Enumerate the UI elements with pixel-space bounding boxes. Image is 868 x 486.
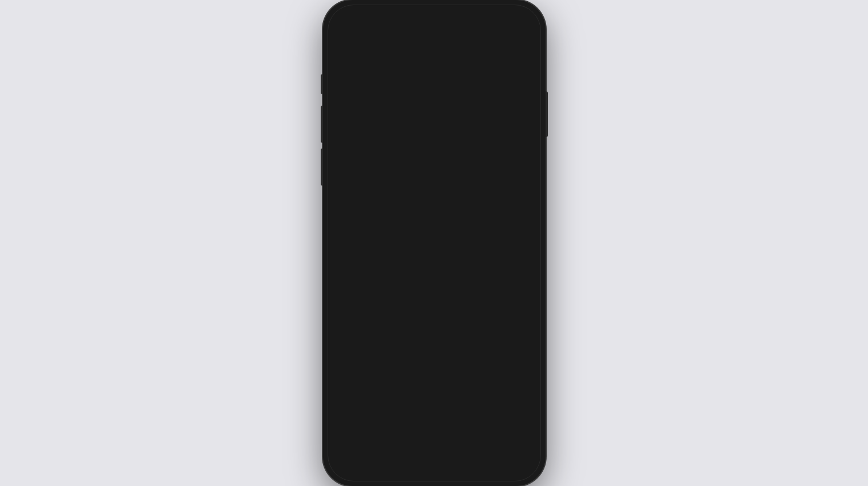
reply-icon: ↩ (508, 226, 518, 239)
react-exclaim-icon[interactable]: ‼ (455, 114, 462, 127)
react-thumbsup-icon[interactable]: 👍 (382, 114, 396, 127)
phone-wrapper: ♥ 👍 👎 HAHA ‼ ? Hi lamb chop, it's only b… (323, 0, 546, 486)
menu-item-edit[interactable]: Edit ✏ (350, 279, 530, 308)
bg-message-2 (341, 58, 398, 70)
edit-label: Edit (362, 288, 378, 299)
react-heart-icon[interactable]: ♥ (364, 114, 371, 127)
main-message-text: Hi lamb chop, it's only been an hour and… (361, 142, 515, 180)
menu-item-undo-send[interactable]: Undo Send ↩ (350, 248, 530, 279)
phone-screen: ♥ 👍 👎 HAHA ‼ ? Hi lamb chop, it's only b… (330, 7, 539, 479)
react-haha-icon[interactable]: HAHA (433, 113, 444, 129)
reply-label: Reply (362, 227, 386, 238)
menu-item-reply[interactable]: Reply ↩ (350, 217, 530, 248)
copy-label: Copy (362, 319, 385, 330)
undo-send-label: Undo Send (362, 258, 410, 269)
svg-rect-0 (511, 322, 517, 328)
context-menu: Reply ↩ Undo Send ↩ Edit ✏ Copy (350, 217, 530, 340)
react-thumbsdown-icon[interactable]: 👎 (407, 114, 422, 127)
bg-message-3 (398, 77, 530, 101)
main-message-bubble: Hi lamb chop, it's only been an hour and… (350, 132, 530, 189)
react-question-icon[interactable]: ? (474, 113, 481, 128)
undo-send-icon: ↩ (508, 256, 518, 270)
reaction-bar: ♥ 👍 👎 HAHA ‼ ? (353, 107, 493, 135)
copy-icon (507, 317, 518, 331)
bg-message-1 (415, 18, 530, 51)
menu-item-copy[interactable]: Copy (350, 308, 530, 340)
edit-icon: ✏ (510, 287, 518, 300)
